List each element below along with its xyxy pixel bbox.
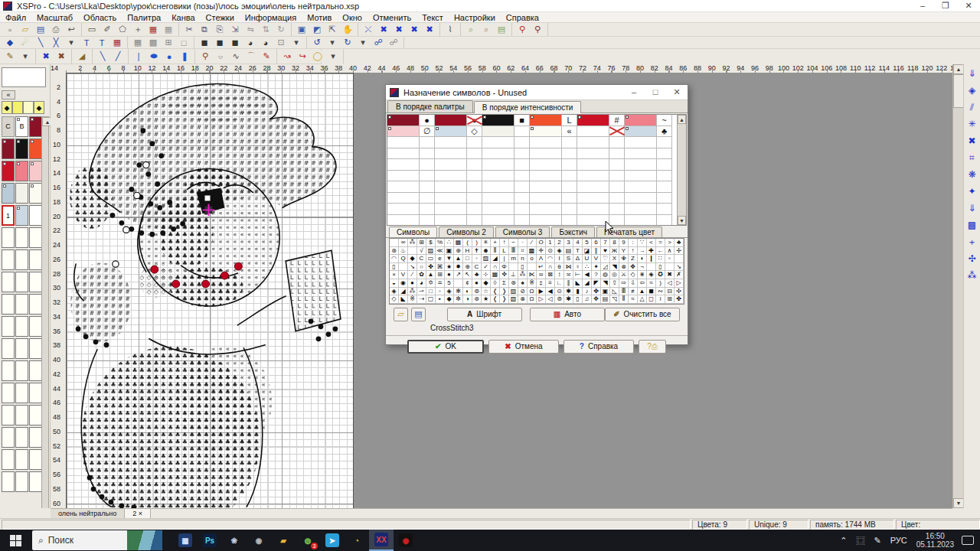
symbol-cell-r2c28[interactable]: ❙ <box>647 255 656 263</box>
symbol-table-r2c1[interactable] <box>420 137 435 148</box>
symbol-cell-r2c19[interactable]: S <box>564 255 573 263</box>
stitch-down-button[interactable]: ⇓ <box>965 66 979 81</box>
dialog-maximize-button[interactable]: □ <box>645 87 666 97</box>
symbol-table-r1c2[interactable] <box>435 126 467 138</box>
order-tab-0[interactable]: В порядке палитры <box>387 100 473 112</box>
symbol-cell-r2c21[interactable]: U <box>583 255 592 263</box>
symbol-cell-r6c15[interactable]: Ω <box>528 288 537 296</box>
symbol-cell-r5c28[interactable]: ≈ <box>647 279 656 288</box>
symbol-table-r0c7[interactable]: L <box>562 115 577 126</box>
palette-swatch-r4c2[interactable] <box>29 205 42 226</box>
symbol-cell-r0c27[interactable]: ∵ <box>638 239 647 247</box>
symbol-cell-r4c31[interactable]: ✗ <box>675 271 684 279</box>
symbol-table-r4c2[interactable] <box>435 159 467 171</box>
new-document-button[interactable]: ▫ <box>3 24 17 35</box>
symbol-table-r1c10[interactable] <box>625 126 657 138</box>
symbol-cell-r0c19[interactable]: 3 <box>564 239 573 247</box>
symbol-cell-r3c25[interactable]: ⊗ <box>619 263 629 272</box>
palette-swatch-r13c1[interactable] <box>15 405 28 425</box>
symbol-cell-r3c24[interactable]: ◥ <box>610 263 619 272</box>
symbol-cell-r0c29[interactable]: = <box>656 239 665 247</box>
symbol-cell-r2c20[interactable]: Δ <box>573 255 583 263</box>
symbol-table-r3c3[interactable] <box>467 148 482 160</box>
symbol-cell-r4c0[interactable]: × <box>390 271 399 279</box>
palette-swatch-r3c0[interactable] <box>2 183 15 204</box>
grid-stitches-button[interactable]: ▦ <box>131 37 145 48</box>
text-small-button[interactable]: T <box>80 37 93 48</box>
symbol-table-r8c6[interactable] <box>530 204 562 215</box>
symbol-table-r8c11[interactable] <box>657 204 672 215</box>
symbol-table-r6c4[interactable] <box>482 181 514 193</box>
menu-стежки[interactable]: Стежки <box>201 13 240 22</box>
symbol-cell-r7c23[interactable]: ▤ <box>601 295 610 304</box>
symbol-cell-r1c5[interactable]: ≪ <box>436 247 445 256</box>
symbol-cell-r7c24[interactable]: ◹ <box>610 295 619 304</box>
symbol-table-r2c5[interactable] <box>514 137 530 148</box>
symbol-cell-r1c21[interactable]: ◪ <box>583 247 592 256</box>
symbol-cell-r1c15[interactable]: ▩ <box>528 247 537 256</box>
symbol-table-r1c5[interactable] <box>514 126 530 138</box>
symbol-cell-r6c5[interactable]: ▫ <box>436 288 445 296</box>
rotate-button[interactable]: ↻ <box>274 24 288 35</box>
menu-палитра[interactable]: Палитра <box>122 13 166 22</box>
symbol-table-r7c0[interactable] <box>387 193 420 204</box>
symbol-set-tab-2[interactable]: Символы 3 <box>495 227 550 237</box>
palette-swatch-r10c2[interactable] <box>29 338 42 359</box>
symbol-cell-r5c17[interactable]: ≡ <box>546 279 555 288</box>
pan-hand-button[interactable]: ✋ <box>341 24 354 35</box>
symbol-cell-r1c6[interactable]: ▣ <box>445 247 454 256</box>
save-file-button[interactable]: ▤ <box>34 24 47 35</box>
taskbar-paint-app[interactable]: ❀ <box>222 530 247 551</box>
palette-swatch-r1c2[interactable] <box>29 139 42 159</box>
symbol-cell-r2c2[interactable]: ◆ <box>408 255 417 263</box>
symbol-table-r0c5[interactable]: ■ <box>514 115 530 126</box>
symbol-cell-r0c26[interactable]: : <box>629 239 638 247</box>
symbol-table-r0c8[interactable] <box>577 115 609 126</box>
dialog-title-bar[interactable]: Назначение символов - Unused – □ ✕ <box>386 85 688 100</box>
symbol-cell-r1c31[interactable]: ✢ <box>675 247 684 256</box>
list-view-button[interactable]: ⌇ <box>443 24 457 35</box>
clear-all-button[interactable]: ✐Очистить все <box>605 308 680 321</box>
stitch-cross-button[interactable]: ✖ <box>965 133 979 148</box>
symbol-cell-r5c20[interactable]: ◣ <box>573 279 583 288</box>
taskbar-app-grid[interactable]: ▦ <box>173 530 198 551</box>
symbol-cell-r7c10[interactable]: ★ <box>482 295 491 304</box>
stitch-quad-button[interactable]: ✣ <box>965 251 979 266</box>
vertical-scrollbar[interactable]: ▲ ▼ <box>952 64 963 508</box>
pin-red-button[interactable]: ⚲ <box>515 24 529 35</box>
symbol-cell-r1c22[interactable]: ∥ <box>592 247 601 256</box>
half-cross-button[interactable]: ◢ <box>75 51 89 62</box>
symbol-cell-r5c14[interactable]: ♠ <box>518 279 528 288</box>
symbol-table-r0c11[interactable]: ~ <box>657 115 672 126</box>
symbol-table-r0c2[interactable] <box>435 115 467 126</box>
symbol-cell-r3c6[interactable]: ★ <box>445 263 454 272</box>
symbol-cell-r0c13[interactable]: − <box>509 239 518 247</box>
palette-swatch-r0c1[interactable]: B <box>15 116 28 137</box>
symbol-cell-r0c28[interactable]: < <box>647 239 656 247</box>
tray-chevron-icon[interactable]: ⌃ <box>840 536 847 546</box>
symbol-table-r3c6[interactable] <box>530 148 562 160</box>
symbol-cell-r5c10[interactable]: ◆ <box>482 279 491 288</box>
symbol-cell-r2c1[interactable]: Q <box>399 255 408 263</box>
symbol-cell-r4c21[interactable]: ◀ <box>583 271 592 279</box>
symbol-cell-r2c22[interactable]: V <box>592 255 601 263</box>
symbol-cell-r4c29[interactable]: ✪ <box>656 271 665 279</box>
symbol-cell-r7c20[interactable]: ▯ <box>573 295 583 304</box>
symbol-table-r1c4[interactable] <box>482 126 514 138</box>
bead-round-button[interactable]: ● <box>162 51 176 62</box>
symbol-cell-r5c31[interactable]: ▷ <box>675 279 684 288</box>
stitch-full-button[interactable]: ✖ <box>377 24 390 35</box>
symbol-cell-r3c29[interactable]: ▯ <box>656 263 665 272</box>
symbol-table-r7c2[interactable] <box>435 193 467 204</box>
symbol-cell-r5c18[interactable]: ∟ <box>555 279 564 288</box>
symbol-cell-r2c3[interactable]: C <box>417 255 426 263</box>
stitch-star-button[interactable]: ✳ <box>965 116 979 132</box>
symbol-cell-r5c6[interactable]: 5 <box>445 279 454 288</box>
symbol-cell-r2c0[interactable]: ◠ <box>390 255 399 263</box>
symbol-cell-r0c8[interactable]: ( <box>463 239 472 247</box>
symbol-cell-r5c11[interactable]: ◊ <box>491 279 500 288</box>
symbol-cell-r1c20[interactable]: T <box>573 247 583 256</box>
font-button[interactable]: AШрифт <box>447 308 522 321</box>
symbol-cell-r5c9[interactable]: ● <box>472 279 482 288</box>
palette-swatch-r15c1[interactable] <box>15 449 28 470</box>
